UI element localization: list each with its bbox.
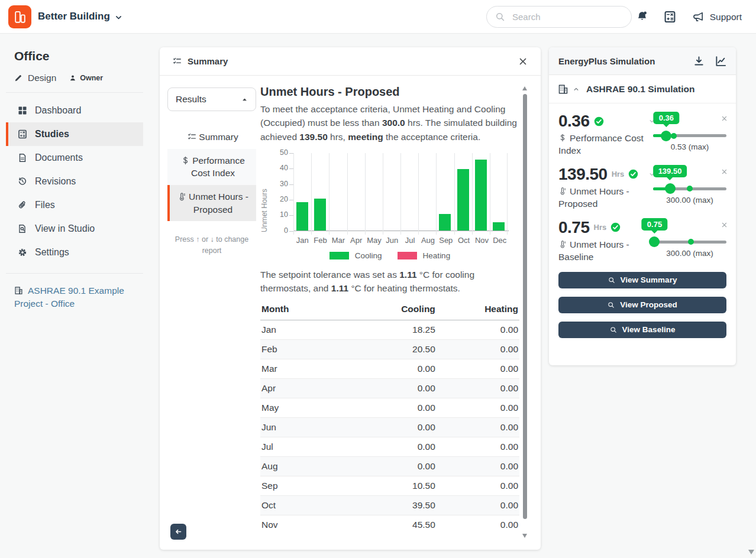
simulation-header[interactable]: ASHRAE 90.1 Simulation bbox=[549, 75, 736, 103]
sidebar-item-dashboard[interactable]: Dashboard bbox=[6, 99, 143, 122]
table-cell: Jul bbox=[260, 437, 369, 457]
results-dropdown[interactable]: Results bbox=[167, 87, 256, 111]
sidebar-item-documents[interactable]: Documents bbox=[6, 146, 143, 170]
metric-label: Unmet Hours - Baseline bbox=[558, 239, 652, 264]
bar-cooling-oct bbox=[457, 169, 469, 231]
metric-slider[interactable]: 0.360.53 (max) bbox=[653, 112, 726, 154]
metric-label: Unmet Hours - Proposed bbox=[558, 186, 652, 210]
slider-max-label: 300.00 (max) bbox=[647, 196, 732, 205]
chart-icon[interactable] bbox=[715, 56, 726, 67]
panel-scrollbar[interactable] bbox=[522, 86, 528, 538]
chevron-up-icon bbox=[573, 86, 579, 92]
chevron-down-icon bbox=[115, 14, 122, 21]
table-header-cell: Month bbox=[260, 300, 369, 320]
table-row: Aug0.000.00 bbox=[260, 457, 519, 476]
simulation-panel: EnergyPlus Simulation ASHRAE 90.1 Simula… bbox=[549, 47, 736, 365]
slider-tooltip: 139.50 bbox=[653, 165, 687, 177]
metric-slider[interactable]: 139.50300.00 (max) bbox=[653, 165, 726, 207]
close-icon[interactable] bbox=[518, 57, 528, 66]
table-cell: Oct bbox=[260, 496, 369, 515]
table-cell: 0.00 bbox=[369, 398, 437, 418]
y-tick-mark bbox=[289, 231, 293, 232]
table-cell: 0.00 bbox=[437, 398, 519, 418]
sidebar-item-revisions[interactable]: Revisions bbox=[6, 170, 143, 193]
table-cell: 10.50 bbox=[369, 476, 437, 496]
sidebar-item-studies[interactable]: Studies bbox=[6, 122, 143, 146]
calculator-icon[interactable] bbox=[664, 11, 676, 23]
table-row: Jan18.250.00 bbox=[260, 320, 519, 340]
design-mode-button[interactable]: Design bbox=[14, 73, 56, 83]
paperclip-icon bbox=[18, 200, 27, 210]
collapse-rail-button[interactable] bbox=[170, 524, 186, 540]
global-search bbox=[486, 6, 632, 28]
slider-tooltip: 0.36 bbox=[654, 112, 679, 124]
y-tick-mark bbox=[289, 168, 293, 169]
slider-track[interactable] bbox=[653, 187, 726, 190]
x-axis-label: Nov bbox=[473, 236, 490, 245]
slider-thumb[interactable] bbox=[661, 131, 671, 141]
report-nav-item[interactable]: Unmet Hours - Proposed bbox=[167, 185, 256, 221]
metric-unit: Hrs bbox=[612, 170, 625, 179]
table-header-cell: Heating bbox=[437, 300, 519, 320]
app-logo[interactable] bbox=[8, 5, 31, 28]
table-row: Nov45.500.00 bbox=[260, 515, 519, 535]
x-axis-label: Jul bbox=[401, 236, 419, 245]
table-row: Oct39.500.00 bbox=[260, 496, 519, 515]
slider-track[interactable] bbox=[653, 241, 726, 244]
view-baseline-button[interactable]: View Baseline bbox=[558, 322, 726, 338]
report-nav-item[interactable]: Summary bbox=[167, 125, 256, 149]
table-row: Mar0.000.00 bbox=[260, 359, 519, 379]
divider bbox=[6, 92, 143, 93]
metric-label-text: Performance Cost Index bbox=[558, 133, 644, 155]
scroll-up-icon[interactable] bbox=[522, 86, 527, 90]
results-table: MonthCoolingHeating Jan18.250.00Feb20.50… bbox=[260, 300, 519, 534]
metric-label-text: Unmet Hours - Baseline bbox=[558, 239, 629, 262]
magnifier-icon bbox=[608, 277, 615, 284]
view-summary-button[interactable]: View Summary bbox=[558, 272, 726, 288]
support-button[interactable]: Support bbox=[692, 11, 742, 24]
slider-tooltip: 0.75 bbox=[642, 218, 667, 231]
metric-slider[interactable]: 0.75300.00 (max) bbox=[653, 218, 726, 261]
sidebar-nav: DashboardStudiesDocumentsRevisionsFilesV… bbox=[0, 99, 149, 264]
workspace-switcher[interactable]: Better Building bbox=[38, 11, 122, 22]
sidebar: Office Design Owner DashboardStudiesDocu… bbox=[0, 34, 149, 558]
legend-swatch bbox=[329, 252, 349, 259]
view-proposed-button[interactable]: View Proposed bbox=[558, 297, 726, 313]
table-row: Jun0.000.00 bbox=[260, 418, 519, 437]
sidebar-item-view-in-studio[interactable]: View in Studio bbox=[6, 217, 143, 241]
slider-track[interactable] bbox=[653, 134, 726, 137]
table-cell: Mar bbox=[260, 359, 369, 379]
check-badge-icon bbox=[594, 116, 604, 126]
simulation-panel-header: EnergyPlus Simulation bbox=[549, 47, 736, 75]
project-link[interactable]: ASHRAE 90.1 Example Project - Office bbox=[14, 284, 135, 311]
emphasized-value: meeting bbox=[348, 132, 383, 142]
bar-cooling-dec bbox=[493, 222, 505, 231]
slider-thumb[interactable] bbox=[649, 236, 660, 247]
gridline bbox=[329, 153, 329, 235]
search-input[interactable] bbox=[511, 11, 631, 22]
table-cell: May bbox=[260, 398, 369, 418]
sidebar-item-label: Studies bbox=[35, 129, 69, 140]
y-tick-mark bbox=[289, 153, 293, 154]
scroll-thumb[interactable] bbox=[523, 94, 527, 519]
gridline bbox=[454, 153, 455, 235]
sidebar-item-files[interactable]: Files bbox=[6, 193, 143, 217]
simulation-name: ASHRAE 90.1 Simulation bbox=[586, 84, 694, 95]
download-icon[interactable] bbox=[693, 56, 705, 67]
building-grid-icon bbox=[558, 84, 568, 95]
report-nav-item[interactable]: Performance Cost Index bbox=[167, 149, 256, 185]
thermometer-icon bbox=[558, 187, 567, 195]
table-row: May0.000.00 bbox=[260, 398, 519, 418]
slider-thumb[interactable] bbox=[665, 183, 676, 194]
notifications-bell-icon[interactable] bbox=[636, 11, 648, 23]
sidebar-item-settings[interactable]: Settings bbox=[6, 241, 143, 264]
dollar-icon bbox=[558, 134, 567, 142]
scroll-down-icon[interactable] bbox=[522, 534, 527, 538]
page-scroll-down-icon[interactable] bbox=[748, 550, 754, 554]
report-title: Unmet Hours - Proposed bbox=[260, 85, 519, 99]
summary-panel: Summary Results SummaryPerformance Cost … bbox=[160, 47, 541, 550]
button-label: View Summary bbox=[621, 275, 677, 284]
button-label: View Proposed bbox=[620, 300, 677, 309]
table-row: Feb20.500.00 bbox=[260, 340, 519, 359]
emphasized-value: 139.50 bbox=[299, 132, 327, 142]
